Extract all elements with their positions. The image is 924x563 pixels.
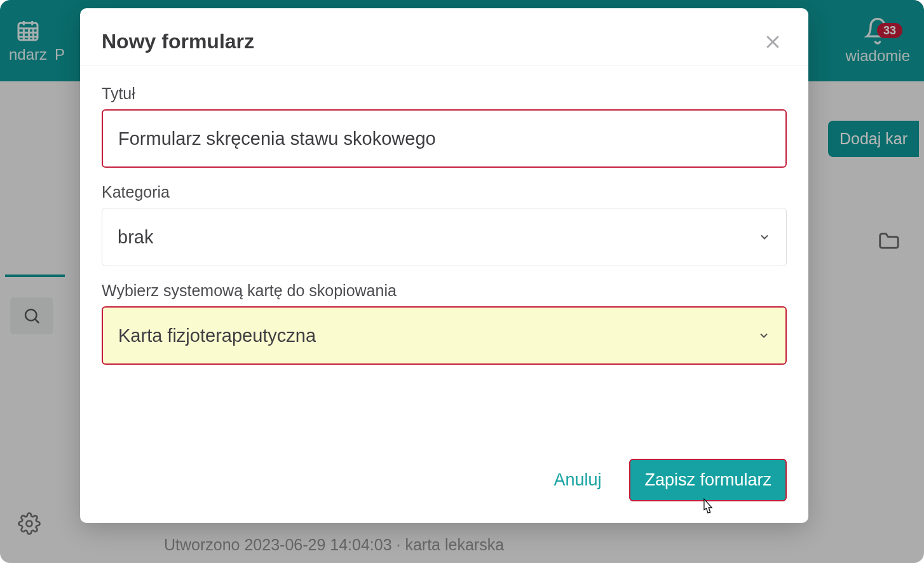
title-input[interactable]	[102, 109, 787, 168]
cancel-button[interactable]: Anuluj	[551, 463, 604, 498]
field-copy-card: Wybierz systemową kartę do skopiowania K…	[102, 282, 787, 365]
field-category: Kategoria brak	[102, 183, 787, 266]
category-value: brak	[118, 227, 153, 248]
copy-card-select[interactable]: Karta fizjoterapeutyczna	[102, 306, 787, 365]
copy-card-label: Wybierz systemową kartę do skopiowania	[102, 282, 787, 300]
modal-title: Nowy formularz	[102, 30, 254, 53]
category-label: Kategoria	[102, 183, 787, 201]
chevron-down-icon	[758, 329, 770, 342]
close-button[interactable]	[761, 31, 784, 53]
modal-body: Tytuł Kategoria brak Wybierz systemową k…	[80, 65, 808, 446]
title-label: Tytuł	[102, 85, 787, 103]
pointer-cursor-icon	[698, 498, 717, 519]
close-icon	[763, 32, 782, 51]
category-select[interactable]: brak	[102, 208, 787, 266]
save-button[interactable]: Zapisz formularz	[629, 459, 787, 501]
modal-header: Nowy formularz	[80, 8, 808, 65]
save-button-label: Zapisz formularz	[644, 470, 771, 489]
modal-footer: Anuluj Zapisz formularz	[80, 446, 808, 523]
new-form-modal: Nowy formularz Tytuł Kategoria brak Wybi…	[80, 8, 808, 523]
field-title: Tytuł	[102, 85, 787, 168]
chevron-down-icon	[758, 231, 771, 243]
copy-card-value: Karta fizjoterapeutyczna	[118, 325, 316, 346]
